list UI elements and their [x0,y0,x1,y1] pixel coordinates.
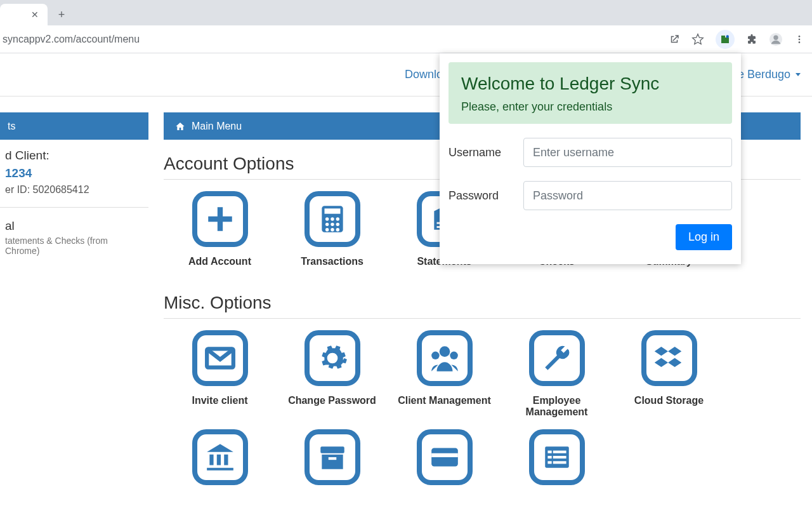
bank-icon [192,429,248,485]
Employee Management-option[interactable]: Employee Management [501,330,613,418]
Change Password-option[interactable]: Change Password [276,330,388,418]
svg-point-12 [336,217,339,220]
envelope-icon [192,330,248,386]
popup-title: Welcome to Ledger Sync [461,74,719,94]
option-label: Change Password [276,395,388,406]
Transactions-option[interactable]: Transactions [276,191,388,267]
option-label: Transactions [276,256,388,267]
svg-point-15 [336,223,339,226]
dropbox-icon [641,330,697,386]
Invite client-option[interactable]: Invite client [164,330,276,418]
[object Object]-option[interactable] [501,429,613,485]
sidebar: ts d Client: 1234 er ID: 5020685412 al t… [0,97,148,508]
sidebar-section-title: al [5,219,143,233]
option-label: Cloud Storage [613,395,725,406]
svg-rect-23 [320,446,344,453]
username-input[interactable] [523,138,732,167]
sidebar-section-subtitle: tatements & Checks (from Chrome) [5,236,143,256]
user-menu[interactable]: ce Berdugo [732,68,801,81]
close-tab-icon[interactable]: ✕ [31,10,39,20]
url-text[interactable]: syncappv2.com/account/menu [0,34,140,45]
[object Object]-option[interactable] [388,429,501,485]
svg-point-17 [331,228,334,231]
url-bar: syncappv2.com/account/menu [0,25,812,53]
window-controls [755,0,812,25]
misc-options-grid: Invite clientChange PasswordClient Manag… [164,330,801,429]
password-input[interactable] [523,181,732,210]
browser-tab-bar: ✕ + [0,0,812,25]
[object Object]-option[interactable] [276,429,388,485]
section-title-misc: Misc. Options [164,293,801,313]
Add Account-option[interactable]: Add Account [164,191,276,267]
svg-point-10 [325,217,328,220]
ledgersync-extension-icon[interactable] [716,30,735,49]
home-icon [175,121,185,131]
svg-rect-31 [547,456,551,458]
caret-down-icon [796,73,801,76]
extension-popup: Welcome to Ledger Sync Please, enter you… [440,53,741,264]
password-label: Password [449,189,523,203]
option-label: Employee Management [501,395,613,418]
svg-point-14 [331,223,334,226]
svg-rect-27 [431,453,458,457]
users-icon [417,330,473,386]
new-tab-button[interactable]: + [53,6,70,23]
misc-options-row3 [164,429,801,497]
selected-client-label: d Client: [5,149,143,163]
card-icon [417,429,473,485]
divider [0,207,148,208]
svg-point-13 [325,223,328,226]
popup-subtitle: Please, enter your credentials [461,100,719,114]
menu-icon[interactable] [794,34,804,44]
svg-rect-29 [547,451,551,453]
plus-icon [192,191,248,247]
client-link[interactable]: 1234 [5,166,32,180]
share-icon[interactable] [669,34,680,45]
svg-point-18 [336,228,339,231]
gear-icon [304,330,360,386]
svg-rect-33 [547,461,551,464]
svg-point-7 [799,41,801,43]
option-label: Client Management [388,395,501,406]
profile-icon[interactable] [769,32,783,46]
browser-tab[interactable]: ✕ [0,4,48,25]
archive-icon [304,429,360,485]
svg-point-20 [439,346,450,357]
client-id-label: er ID: 5020685412 [5,184,143,196]
svg-point-6 [799,38,801,40]
star-icon[interactable] [691,33,704,46]
svg-point-5 [799,36,801,37]
svg-rect-30 [553,451,566,453]
wrench-icon [529,330,585,386]
svg-rect-32 [553,456,566,458]
option-label: Add Account [164,256,276,267]
username-label: Username [449,146,523,159]
Client Management-option[interactable]: Client Management [388,330,501,418]
svg-rect-24 [322,455,343,469]
svg-rect-25 [328,457,336,460]
login-button[interactable]: Log in [676,224,732,250]
svg-point-4 [773,35,778,39]
svg-point-11 [331,217,334,220]
welcome-banner: Welcome to Ledger Sync Please, enter you… [449,62,732,124]
Cloud Storage-option[interactable]: Cloud Storage [613,330,725,418]
svg-point-21 [431,352,440,360]
[object Object]-option[interactable] [164,429,276,485]
svg-point-22 [450,352,458,360]
svg-rect-9 [324,208,340,213]
calculator-icon [304,191,360,247]
sidebar-tab[interactable]: ts [0,112,148,140]
option-label: Invite client [164,395,276,406]
extensions-icon[interactable] [746,34,757,45]
list-icon [529,429,585,485]
svg-rect-34 [553,461,566,464]
svg-point-16 [325,228,328,231]
svg-point-2 [726,35,730,38]
breadcrumb: Main Menu [192,121,242,132]
